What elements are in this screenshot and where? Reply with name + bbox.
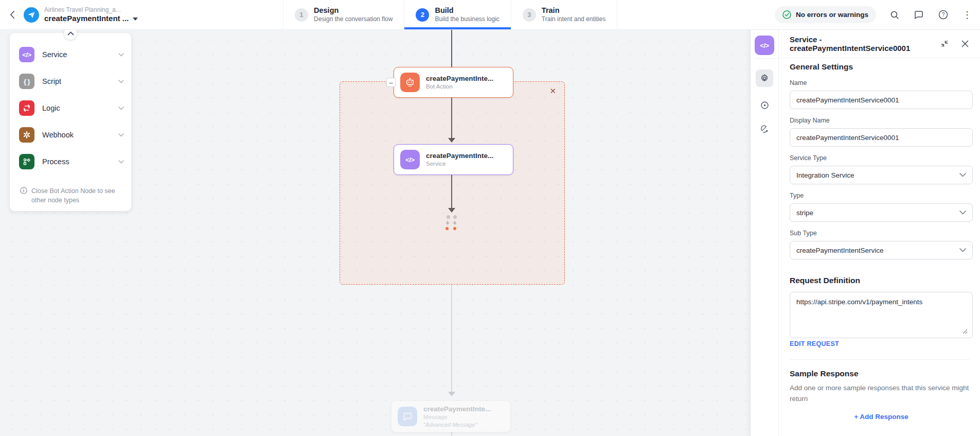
node-subtitle: Bot Action xyxy=(426,83,493,91)
help-icon[interactable]: ? xyxy=(937,9,949,21)
chevron-down-icon[interactable] xyxy=(118,53,124,57)
process-flow-icon xyxy=(19,154,34,169)
check-circle-icon xyxy=(782,10,791,19)
display-name-input[interactable] xyxy=(790,128,973,147)
node-bot-action[interactable]: createPaymentInte... Bot Action xyxy=(394,67,513,98)
tab-design-label: Design xyxy=(314,6,393,15)
svg-text:?: ? xyxy=(941,12,945,18)
request-definition-heading: Request Definition xyxy=(790,276,972,285)
panel-icon-rail: </> xyxy=(751,30,779,436)
request-url-textarea[interactable]: https://api.stripe.com/v1/payment_intent… xyxy=(790,292,973,338)
task-title: createPaymentIntent ... xyxy=(44,14,129,24)
node-message-type: "Advanced Message" xyxy=(423,421,491,428)
node-service[interactable]: </> createPaymentInte... Service xyxy=(394,144,513,175)
node-palette: </> Service { } Script Logic xyxy=(10,33,131,211)
app-identity: Airlines Travel Planning_a... createPaym… xyxy=(5,0,138,29)
expand-panel-icon[interactable] xyxy=(939,38,950,49)
back-button[interactable] xyxy=(5,8,19,22)
close-panel-icon[interactable] xyxy=(959,38,971,49)
chevron-down-icon[interactable] xyxy=(118,107,124,110)
sub-type-label: Sub Type xyxy=(790,230,972,237)
tab-build[interactable]: 2 Build Build the business logic xyxy=(404,0,510,29)
tab-build-number: 2 xyxy=(416,8,429,22)
connector-line-faded xyxy=(451,432,452,436)
service-type-select[interactable]: Integration Service xyxy=(790,166,973,184)
palette-item-script[interactable]: { } Script xyxy=(19,68,124,95)
tab-train-description: Train intent and entities xyxy=(542,15,605,24)
chevron-down-icon xyxy=(959,173,966,177)
top-bar: Airlines Travel Planning_a... createPaym… xyxy=(0,0,980,30)
bot-action-group-region[interactable]: ✕ xyxy=(340,81,565,285)
panel-body: General Settings Name Display Name Servi… xyxy=(779,58,980,436)
workflow-tabs: 1 Design Design the conversation flow 2 … xyxy=(283,0,617,29)
bot-action-icon xyxy=(400,73,420,92)
divider xyxy=(755,58,775,59)
type-select[interactable]: stripe xyxy=(790,203,973,222)
node-message[interactable]: createPaymentInte... Message "Advanced M… xyxy=(391,400,511,432)
topbar-actions: No errors or warnings ? ⋮ xyxy=(775,0,973,29)
name-label: Name xyxy=(790,79,972,86)
tab-build-label: Build xyxy=(435,6,499,15)
chevron-down-icon xyxy=(959,211,966,215)
connector-line-faded xyxy=(451,285,452,393)
close-bot-action-icon[interactable]: ✕ xyxy=(547,85,558,97)
service-icon: </> xyxy=(400,150,420,169)
palette-note: Close Bot Action Node to see other node … xyxy=(20,186,126,205)
chevron-down-icon[interactable] xyxy=(118,133,124,137)
node-subtitle: Service xyxy=(426,160,493,168)
connector-arrow-icon xyxy=(448,392,455,396)
task-dropdown-caret-icon[interactable] xyxy=(133,18,138,21)
chevron-down-icon[interactable] xyxy=(118,80,124,83)
connections-icon[interactable] xyxy=(756,120,773,137)
tab-design[interactable]: 1 Design Design the conversation flow xyxy=(283,0,404,29)
chevron-down-icon[interactable] xyxy=(118,160,124,164)
service-properties-panel: </> Service - createPaymentIntentService… xyxy=(750,30,980,436)
tab-train-number: 3 xyxy=(523,8,536,22)
info-icon xyxy=(20,187,27,205)
palette-item-webhook[interactable]: Webhook xyxy=(19,121,124,148)
tab-train[interactable]: 3 Train Train intent and entities xyxy=(511,0,617,29)
flow-canvas[interactable]: ✕ – createPaymentInte... Bot Action </> … xyxy=(0,30,750,436)
settings-gear-icon[interactable] xyxy=(756,69,773,87)
app-logo xyxy=(24,7,39,23)
name-input[interactable] xyxy=(790,91,973,109)
webhook-icon xyxy=(19,127,34,143)
node-title: createPaymentInte... xyxy=(426,151,493,161)
palette-item-process[interactable]: Process xyxy=(19,148,124,175)
paper-plane-icon xyxy=(27,11,35,19)
node-subtitle: Message xyxy=(423,413,491,421)
comments-icon[interactable] xyxy=(913,9,924,21)
panel-header: Service - createPaymentIntentService0001 xyxy=(779,30,980,58)
general-settings-heading: General Settings xyxy=(790,62,972,72)
sample-response-heading: Sample Response xyxy=(790,369,972,378)
tab-train-label: Train xyxy=(542,6,605,15)
app-subtitle: Airlines Travel Planning_a... xyxy=(44,6,138,14)
status-badge-label: No errors or warnings xyxy=(796,11,868,19)
palette-item-logic[interactable]: Logic xyxy=(19,95,124,121)
script-icon: { } xyxy=(19,74,34,89)
app-titles: Airlines Travel Planning_a... createPaym… xyxy=(44,6,138,24)
node-title: createPaymentInte... xyxy=(426,74,493,83)
add-response-link[interactable]: + Add Response xyxy=(790,413,973,421)
logic-loop-icon xyxy=(19,100,34,116)
chevron-down-icon xyxy=(959,248,966,252)
connector-line xyxy=(451,30,452,67)
sample-response-description: Add one or more sample responses that th… xyxy=(790,383,970,405)
tab-build-description: Build the business logic xyxy=(435,15,499,24)
resize-grip-icon[interactable] xyxy=(961,328,968,334)
search-icon[interactable] xyxy=(889,9,900,21)
more-options-icon[interactable]: ⋮ xyxy=(961,9,973,21)
divider xyxy=(790,359,969,360)
sub-type-select[interactable]: createPaymentIntentService xyxy=(790,241,973,259)
instance-properties-icon[interactable] xyxy=(756,96,773,114)
type-label: Type xyxy=(790,192,972,199)
panel-title: Service - createPaymentIntentService0001 xyxy=(790,35,930,53)
app-window: Airlines Travel Planning_a... createPaym… xyxy=(0,0,980,436)
message-icon xyxy=(398,407,417,426)
palette-item-service[interactable]: </> Service xyxy=(19,41,124,68)
collapse-node-button[interactable]: – xyxy=(386,78,396,87)
status-badge[interactable]: No errors or warnings xyxy=(775,6,876,23)
service-type-label: Service Type xyxy=(790,154,972,162)
service-icon: </> xyxy=(19,47,34,62)
edit-request-link[interactable]: EDIT REQUEST xyxy=(790,340,839,347)
